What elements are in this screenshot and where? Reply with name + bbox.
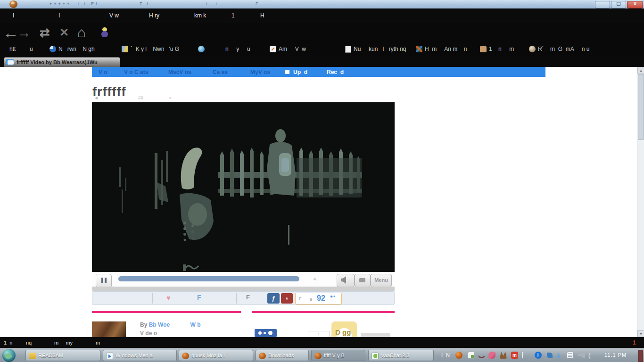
digg-button[interactable]: D gg [331, 321, 357, 337]
share-dots-button[interactable] [255, 329, 277, 337]
language-indicator[interactable]: I N [441, 352, 451, 358]
heart-icon[interactable]: ♥ [166, 294, 171, 302]
clock[interactable]: 11.1 PM [604, 352, 627, 358]
notes-tray-icon[interactable] [468, 352, 475, 359]
scroll-down-arrow[interactable]: ▼ [637, 330, 644, 337]
taskbar-button-windows-media[interactable]: W ndows Med a [103, 350, 177, 361]
blue-tray-icon[interactable] [547, 353, 553, 358]
site-nav-link[interactable]: V o [99, 69, 107, 75]
tab-active[interactable]: frfffff Video by Bb Wearrass)1Wu [4, 57, 120, 67]
firefox-app-icon [9, 0, 17, 8]
refresh-icon[interactable]: ⇄ [40, 23, 50, 42]
audio-meta-icon: ◄ [94, 95, 99, 100]
forward-icon[interactable]: → [17, 23, 31, 42]
brown-tray-icon[interactable] [500, 352, 507, 359]
firefox-tray-icon[interactable] [455, 352, 462, 359]
progress-bar[interactable] [118, 276, 299, 281]
fullscreen-button[interactable] [355, 274, 371, 287]
start-button[interactable] [2, 349, 16, 362]
site-nav-link[interactable]: V o C ats [124, 69, 148, 75]
site-nav-link[interactable]: MscV os [168, 69, 191, 75]
menu-history[interactable]: H ry [149, 12, 159, 19]
profile-icon[interactable] [101, 27, 108, 38]
muted-speaker-icon[interactable] [578, 352, 585, 359]
swoosh-tray-icon[interactable] [478, 352, 485, 358]
player-menu-button[interactable]: Menu [371, 274, 392, 287]
bookmark-item[interactable]: R` m G mA n u [529, 46, 589, 53]
status-item: m [96, 340, 100, 346]
menu-bar: I I V w H ry km k 1 H [0, 8, 644, 23]
video-player[interactable] [92, 102, 395, 272]
flag-link[interactable]: F [246, 294, 250, 301]
bookmark-item[interactable]: Am V w [270, 46, 306, 53]
status-bar: 1 n nq m my m 1 [0, 337, 644, 348]
menu-bookmarks[interactable]: km k [194, 12, 206, 19]
firefox-icon [182, 353, 189, 359]
share-red-button[interactable]: , [281, 293, 293, 304]
upload-link[interactable]: Up d [285, 69, 307, 75]
bookmark-item[interactable]: N rwn N gh [50, 46, 95, 53]
bookmark-item[interactable]: Nu kun I ryth nq [345, 46, 406, 53]
bookmark-item[interactable]: htt [9, 46, 16, 52]
bluetooth-icon[interactable]: ᛒ [535, 352, 542, 359]
scroll-up-arrow[interactable]: ▲ [637, 67, 644, 74]
favorite-link[interactable]: F [197, 294, 201, 301]
taskbar-button-chat[interactable]: VaaChat 2.3 [368, 350, 434, 361]
share-gray-box[interactable] [361, 333, 390, 337]
hand-icon [480, 46, 487, 52]
document-icon [345, 46, 351, 53]
ball-icon [529, 46, 536, 52]
clipboard-tray-icon[interactable] [567, 352, 574, 359]
media-player-icon [106, 353, 113, 359]
taskbar-button-readzam[interactable]: READ2AM [25, 350, 100, 361]
home-icon[interactable]: ⌂ [77, 23, 86, 42]
minimize-button[interactable]: _ [595, 1, 610, 8]
status-item: m my [54, 340, 73, 346]
author-link[interactable]: Bb Woe [149, 321, 170, 328]
view-count-box: F a 92 ●• [295, 293, 342, 304]
menu-file[interactable]: I [13, 12, 14, 19]
bookmark-item[interactable]: n y u [225, 46, 250, 52]
site-nav-link[interactable]: Ca es [213, 69, 228, 75]
bookmark-item[interactable]: 1 n m [480, 46, 514, 53]
site-nav-link[interactable]: MyV os [250, 69, 270, 75]
social-bar: ♥ F F ƒ , F a 92 ●• [92, 291, 395, 305]
scrollbar-thumb[interactable] [638, 74, 644, 140]
menu-help[interactable]: H [260, 12, 264, 19]
pink-tray-icon[interactable] [488, 352, 495, 359]
share-facebook-button[interactable]: ƒ [267, 293, 280, 304]
page-scrollbar[interactable]: ▲ ▼ [637, 67, 644, 337]
stop-icon[interactable]: ✕ [59, 23, 69, 42]
pause-button[interactable] [96, 274, 112, 287]
menu-view[interactable]: V w [109, 12, 119, 19]
maximize-button[interactable]: ▢ [611, 1, 626, 8]
record-link[interactable]: Rec d [327, 69, 344, 75]
close-button[interactable]: x [627, 1, 643, 8]
folder-icon [29, 353, 36, 359]
back-icon[interactable]: ← [3, 23, 19, 42]
web-link[interactable]: W b [190, 321, 200, 328]
taskbar-button-downloads[interactable]: Downloads [256, 350, 309, 361]
video-thumbnail[interactable] [92, 321, 126, 337]
bookmark-item[interactable]: ` K y l Nwn 'u G [122, 46, 179, 53]
blue-tray-icon-2[interactable] [556, 353, 561, 358]
tab-favicon-tv-icon [6, 59, 14, 65]
taskbar-button-mozilla[interactable]: quusk Moz la I [179, 350, 253, 361]
taskbar-button-current-video[interactable]: fffff V y B [311, 350, 365, 361]
desktop: +++++ -t L EL ........... T L ..........… [0, 0, 644, 362]
menu-tools[interactable]: 1 [231, 12, 235, 19]
share-plus-box[interactable]: + [308, 331, 330, 337]
show-desktop-edge[interactable] [638, 350, 643, 362]
status-counter: 1 [633, 339, 636, 346]
bookmark-item[interactable] [198, 46, 207, 53]
taskbar: READ2AM W ndows Med a quusk Moz la I Dow… [0, 348, 644, 362]
status-item: 1 n [4, 340, 12, 346]
bookmark-item[interactable]: H m An m n [416, 46, 467, 53]
firefox-icon [259, 353, 266, 359]
notepad-icon [270, 46, 276, 52]
window-titlebar: +++++ -t L EL ........... T L ..........… [0, 0, 644, 9]
volume-button[interactable] [337, 274, 355, 287]
emule-tray-icon[interactable]: m [511, 352, 518, 359]
bookmark-item[interactable]: u [30, 46, 33, 52]
menu-edit[interactable]: I [58, 12, 60, 19]
